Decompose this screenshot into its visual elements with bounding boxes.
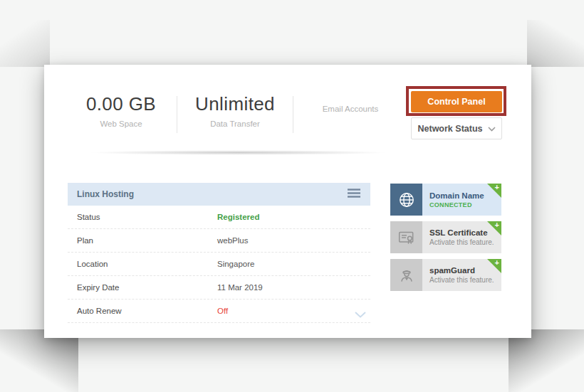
data-transfer-label: Data Transfer: [177, 120, 293, 128]
stat-email-accounts: Email Accounts: [293, 93, 407, 113]
plus-icon: +: [495, 221, 499, 229]
linux-hosting-header: Linux Hosting: [68, 183, 370, 206]
plan-value: webPlus: [217, 236, 248, 245]
stat-data-transfer: Unlimited Data Transfer: [177, 93, 293, 128]
table-row-status: Status Registered: [68, 206, 370, 229]
web-space-value: 0.00 GB: [61, 93, 182, 115]
guard-icon: [390, 259, 422, 291]
addon-spamguard[interactable]: spamGuard Activate this feature. +: [390, 259, 501, 291]
web-space-label: Web Space: [61, 120, 182, 128]
data-transfer-value: Unlimited: [177, 93, 293, 115]
addon-domain-name[interactable]: Domain Name CONNECTED +: [390, 184, 501, 216]
card-shadow-top-left: [0, 20, 50, 67]
status-value: Registered: [217, 213, 259, 221]
card-shadow-bottom-left: [0, 329, 78, 392]
email-accounts-label: Email Accounts: [293, 105, 407, 113]
row-label: Expiry Date: [77, 283, 217, 292]
addon-ssl-certificate[interactable]: SSL Certificate Activate this feature. +: [390, 221, 501, 253]
table-row-plan: Plan webPlus: [68, 229, 370, 253]
stat-web-space: 0.00 GB Web Space: [61, 93, 182, 128]
linux-hosting-table: Linux Hosting Status Registered Plan web…: [68, 183, 370, 323]
plus-icon: +: [495, 258, 499, 267]
auto-renew-value: Off: [217, 307, 228, 315]
card-shadow-bottom-right: [509, 329, 584, 392]
network-status-button[interactable]: Network Status: [411, 117, 502, 139]
stats-panel-shadow: [83, 150, 393, 155]
addon-subtitle: Activate this feature.: [429, 276, 501, 284]
addon-subtitle: Activate this feature.: [429, 238, 501, 246]
linux-hosting-title: Linux Hosting: [77, 189, 134, 199]
table-row-auto-renew[interactable]: Auto Renew Off: [68, 300, 370, 323]
row-label: Auto Renew: [77, 307, 217, 315]
row-label: Plan: [77, 236, 217, 245]
hamburger-menu-icon[interactable]: [347, 188, 361, 201]
plus-icon: +: [495, 183, 499, 191]
addon-status: CONNECTED: [429, 201, 501, 208]
hosting-dashboard: 0.00 GB Web Space Unlimited Data Transfe…: [0, 0, 584, 392]
globe-icon: [390, 184, 422, 216]
chevron-down-icon[interactable]: [355, 308, 366, 321]
dashboard-card: 0.00 GB Web Space Unlimited Data Transfe…: [44, 65, 531, 338]
table-row-expiry-date: Expiry Date 11 Mar 2019: [68, 276, 370, 300]
table-row-location: Location Singapore: [68, 253, 370, 276]
expiry-date-value: 11 Mar 2019: [217, 283, 263, 292]
network-status-label: Network Status: [418, 124, 483, 134]
card-shadow-top-right: [527, 20, 584, 67]
control-panel-button[interactable]: Control Panel: [411, 91, 502, 112]
row-label: Location: [77, 260, 217, 268]
addons-column: Domain Name CONNECTED +: [390, 184, 501, 297]
certificate-icon: [390, 221, 422, 253]
row-label: Status: [77, 213, 217, 221]
location-value: Singapore: [217, 260, 254, 268]
chevron-down-icon: [488, 124, 496, 134]
